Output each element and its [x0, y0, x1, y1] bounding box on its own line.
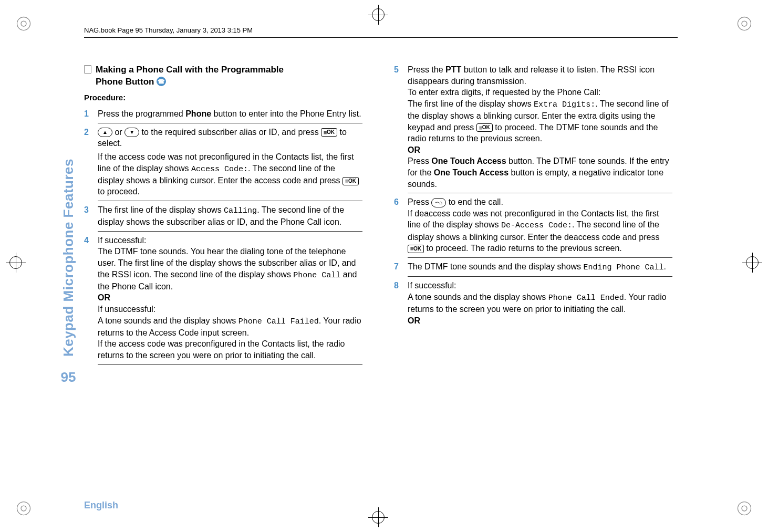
- document-icon: [84, 65, 91, 74]
- step-text: Press: [408, 157, 431, 165]
- code-text: Access Code:: [191, 165, 248, 174]
- section-heading: Making a Phone Call with the Programmabl…: [84, 64, 362, 88]
- step-text: If the access code was preconfigured in …: [98, 339, 345, 360]
- step-text: to the required subscriber alias or ID, …: [139, 128, 321, 137]
- step-text: To enter extra digits, if requested by t…: [408, 88, 600, 97]
- heading-text: Making a Phone Call with the Programmabl…: [96, 65, 284, 75]
- registration-mark-icon: [5, 252, 26, 273]
- step-number: 1: [84, 108, 98, 120]
- code-text: Phone Call Ended: [548, 294, 624, 302]
- step-divider: [408, 257, 672, 258]
- step-body: The first line of the display shows Call…: [98, 204, 362, 228]
- procedure-label: Procedure:: [84, 92, 362, 103]
- step-divider: [408, 193, 672, 193]
- svg-point-4: [21, 506, 26, 511]
- svg-point-5: [17, 502, 30, 515]
- bold-text: Phone: [185, 109, 211, 118]
- end-key-icon: ⤺⌂: [431, 198, 446, 207]
- step-text: button to enter into the Phone Entry lis…: [211, 109, 361, 118]
- step-text: to proceed. The radio returns to the pre…: [424, 244, 622, 253]
- gear-icon: [736, 500, 752, 516]
- step: 8 If successful: A tone sounds and the d…: [394, 280, 672, 326]
- step-divider: [408, 276, 672, 277]
- step-body: If successful: A tone sounds and the dis…: [408, 280, 672, 326]
- bold-text: PTT: [445, 65, 461, 74]
- gear-icon: [16, 500, 32, 516]
- registration-mark-icon: [742, 252, 763, 273]
- step-number: 5: [394, 64, 408, 190]
- step-text: Press the: [408, 65, 445, 74]
- code-text: Extra Digits:: [534, 100, 595, 109]
- gear-icon: [16, 16, 32, 32]
- header-rule: [84, 37, 678, 38]
- ok-key-icon: ☰ OK: [476, 123, 493, 132]
- step-number: 7: [394, 261, 408, 273]
- left-column: Making a Phone Call with the Programmabl…: [84, 64, 362, 368]
- code-text: De-Access Code:: [501, 221, 572, 230]
- step-number: 8: [394, 280, 408, 326]
- step: 4 If successful: The DTMF tone sounds. Y…: [84, 235, 362, 361]
- step-text: .: [663, 262, 666, 271]
- step-body: ▲ or ▼ to the required subscriber alias …: [98, 127, 362, 197]
- step-text: If unsuccessful:: [98, 305, 155, 314]
- step-text: Press the programmed: [98, 109, 185, 118]
- code-text: Ending Phone Call: [583, 263, 663, 272]
- step-text: to proceed.: [98, 187, 140, 196]
- page-content: NAG.book Page 95 Thursday, January 3, 20…: [53, 26, 725, 488]
- svg-point-1: [17, 17, 30, 30]
- step: 6 Press ⤺⌂ to end the call. If deaccess …: [394, 196, 672, 254]
- phone-badge-icon: ☎: [157, 77, 166, 86]
- gear-icon: [736, 16, 752, 32]
- running-header: NAG.book Page 95 Thursday, January 3, 20…: [84, 26, 725, 34]
- or-text: OR: [98, 293, 110, 302]
- step-body: Press the programmed Phone button to ent…: [98, 108, 362, 120]
- step-text: The DTMF tone sounds and the display sho…: [408, 262, 583, 271]
- step: 3 The first line of the display shows Ca…: [84, 204, 362, 228]
- step-divider: [98, 364, 362, 365]
- step-number: 2: [84, 127, 98, 197]
- step-divider: [98, 123, 362, 123]
- svg-point-3: [738, 17, 751, 30]
- svg-point-7: [738, 502, 751, 515]
- side-margin: Keypad Microphone Features 95: [53, 64, 84, 385]
- footer-language: English: [84, 500, 118, 511]
- ok-key-icon: ☰ OK: [343, 177, 359, 185]
- step-text: Press: [408, 197, 431, 206]
- heading-text: Phone Button: [96, 77, 154, 87]
- step-divider: [98, 201, 362, 201]
- code-text: Phone Call: [293, 271, 340, 280]
- step-number: 6: [394, 196, 408, 254]
- registration-mark-icon: [368, 507, 389, 528]
- step-text: The first line of the display shows: [98, 205, 224, 214]
- ok-key-icon: ☰ OK: [408, 245, 424, 253]
- page-number: 95: [61, 369, 76, 385]
- right-column: 5 Press the PTT button to talk and relea…: [394, 64, 672, 368]
- step-text: to end the call.: [446, 197, 503, 206]
- step-body: If successful: The DTMF tone sounds. You…: [98, 235, 362, 361]
- step-number: 4: [84, 235, 98, 361]
- down-key-icon: ▼: [124, 128, 139, 137]
- step-body: The DTMF tone sounds and the display sho…: [408, 261, 672, 273]
- step-text: or: [112, 128, 124, 137]
- svg-point-0: [21, 21, 26, 26]
- or-text: OR: [408, 316, 420, 325]
- step-body: Press ⤺⌂ to end the call. If deaccess co…: [408, 196, 672, 254]
- step: 1 Press the programmed Phone button to e…: [84, 108, 362, 120]
- step-text: If successful:: [98, 236, 146, 245]
- registration-mark-icon: [368, 4, 389, 25]
- step-text: A tone sounds and the display shows: [98, 316, 238, 325]
- bold-text: One Touch Access: [434, 168, 508, 177]
- step-text: The first line of the display shows: [408, 99, 534, 108]
- code-text: Calling: [224, 206, 257, 215]
- step-number: 3: [84, 204, 98, 228]
- svg-point-2: [742, 21, 747, 26]
- step-text: If successful:: [408, 281, 456, 290]
- or-text: OR: [408, 145, 420, 154]
- code-text: Phone Call Failed: [238, 317, 319, 326]
- step: 5 Press the PTT button to talk and relea…: [394, 64, 672, 190]
- bold-text: One Touch Access: [431, 157, 506, 165]
- step-text: A tone sounds and the display shows: [408, 293, 548, 301]
- ok-key-icon: ☰ OK: [321, 128, 337, 137]
- section-label: Keypad Microphone Features: [60, 159, 77, 357]
- step: 7 The DTMF tone sounds and the display s…: [394, 261, 672, 273]
